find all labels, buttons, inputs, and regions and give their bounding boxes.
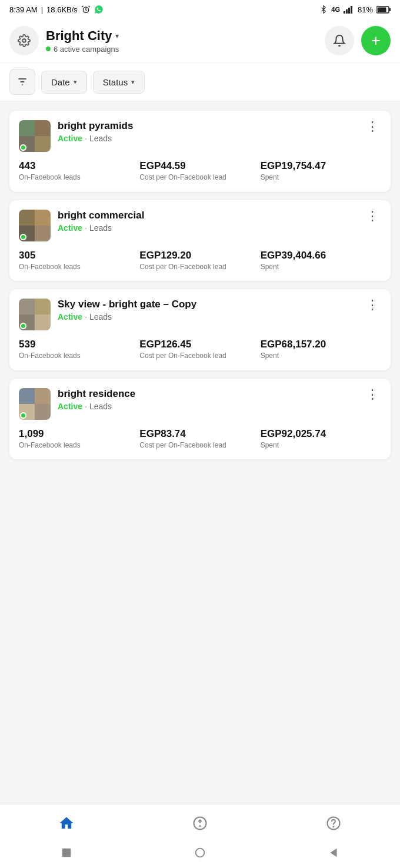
card-info-3: Sky view - bright gate – Copy Active · L… bbox=[58, 299, 356, 322]
status-active-4: Active bbox=[58, 402, 82, 411]
svg-marker-19 bbox=[330, 849, 336, 857]
status-dot-4 bbox=[20, 412, 26, 419]
campaign-more-button-2[interactable]: ⋮ bbox=[364, 210, 381, 223]
nav-insights[interactable] bbox=[176, 811, 224, 835]
svg-rect-7 bbox=[389, 8, 391, 11]
filter-bar: Date ▾ Status ▾ bbox=[0, 63, 400, 101]
page-title: Bright City bbox=[46, 28, 112, 44]
stop-icon bbox=[60, 846, 73, 859]
svg-rect-4 bbox=[351, 6, 352, 14]
card-stats-3: 539 On-Facebook leads EGP126.45 Cost per… bbox=[19, 339, 381, 361]
cost-label-3: Cost per On-Facebook lead bbox=[139, 352, 260, 361]
campaign-card-3[interactable]: Sky view - bright gate – Copy Active · L… bbox=[9, 289, 391, 370]
active-campaigns-row: 6 active campaigns bbox=[46, 45, 318, 54]
cost-label-4: Cost per On-Facebook lead bbox=[139, 441, 260, 450]
campaign-card-1[interactable]: bright pyramids Active · Leads ⋮ 443 On-… bbox=[9, 111, 391, 192]
network-speed-value: 18.6KB/s bbox=[46, 5, 78, 14]
cost-value-1: EGP44.59 bbox=[139, 160, 260, 172]
cost-value-2: EGP129.20 bbox=[139, 250, 260, 261]
date-filter-arrow: ▾ bbox=[74, 78, 77, 86]
insights-icon bbox=[191, 814, 209, 833]
home-icon bbox=[57, 814, 76, 833]
campaign-more-button-1[interactable]: ⋮ bbox=[364, 120, 381, 133]
card-header-1: bright pyramids Active · Leads ⋮ bbox=[19, 120, 381, 152]
campaign-type-2: Leads bbox=[89, 223, 112, 233]
date-filter-button[interactable]: Date ▾ bbox=[41, 71, 87, 94]
nav-help[interactable] bbox=[310, 811, 357, 835]
spent-value-2: EGP39,404.66 bbox=[261, 250, 381, 261]
nav-home[interactable] bbox=[43, 811, 90, 835]
stat-leads-4: 1,099 On-Facebook leads bbox=[19, 428, 139, 450]
leads-value-3: 539 bbox=[19, 339, 139, 350]
alarm-icon bbox=[81, 5, 91, 14]
card-stats-1: 443 On-Facebook leads EGP44.59 Cost per … bbox=[19, 160, 381, 183]
stat-spent-2: EGP39,404.66 Spent bbox=[261, 250, 381, 272]
time: 8:39 AM bbox=[9, 5, 38, 14]
card-status-row-3: Active · Leads bbox=[58, 312, 356, 322]
filter-icon-button[interactable] bbox=[9, 69, 35, 95]
leads-label-1: On-Facebook leads bbox=[19, 173, 139, 183]
campaign-more-button-4[interactable]: ⋮ bbox=[364, 388, 381, 401]
spent-label-2: Spent bbox=[261, 263, 381, 272]
status-filter-button[interactable]: Status ▾ bbox=[93, 71, 145, 94]
triangle-back-icon bbox=[327, 846, 340, 859]
card-header-3: Sky view - bright gate – Copy Active · L… bbox=[19, 299, 381, 330]
leads-value-4: 1,099 bbox=[19, 428, 139, 440]
header-title-block: Bright City ▾ 6 active campaigns bbox=[46, 28, 318, 54]
add-icon: + bbox=[371, 32, 381, 49]
spent-label-1: Spent bbox=[261, 173, 381, 183]
status-left: 8:39 AM | 18.6KB/s bbox=[9, 5, 104, 14]
card-info-2: bright commercial Active · Leads bbox=[58, 210, 356, 233]
campaign-name-2: bright commercial bbox=[58, 210, 356, 221]
circle-icon bbox=[194, 846, 206, 859]
svg-rect-2 bbox=[346, 9, 348, 14]
leads-label-4: On-Facebook leads bbox=[19, 441, 139, 450]
card-status-row-1: Active · Leads bbox=[58, 134, 356, 143]
stat-cost-4: EGP83.74 Cost per On-Facebook lead bbox=[139, 428, 260, 450]
campaign-thumbnail-4 bbox=[19, 388, 51, 420]
spent-label-3: Spent bbox=[261, 352, 381, 361]
system-nav bbox=[0, 840, 400, 868]
card-status-row-4: Active · Leads bbox=[58, 402, 356, 411]
stat-cost-3: EGP126.45 Cost per On-Facebook lead bbox=[139, 339, 260, 361]
spent-value-4: EGP92,025.74 bbox=[261, 428, 381, 440]
card-stats-2: 305 On-Facebook leads EGP129.20 Cost per… bbox=[19, 250, 381, 272]
bluetooth-icon bbox=[319, 5, 328, 14]
filter-icon bbox=[16, 76, 28, 88]
gear-button[interactable] bbox=[9, 26, 39, 55]
stat-leads-2: 305 On-Facebook leads bbox=[19, 250, 139, 272]
campaign-more-button-3[interactable]: ⋮ bbox=[364, 299, 381, 312]
card-header-4: bright residence Active · Leads ⋮ bbox=[19, 388, 381, 420]
status-filter-label: Status bbox=[103, 77, 128, 87]
campaign-name-1: bright pyramids bbox=[58, 120, 356, 132]
campaign-card-2[interactable]: bright commercial Active · Leads ⋮ 305 O… bbox=[9, 200, 391, 281]
date-filter-label: Date bbox=[51, 77, 70, 87]
stat-spent-1: EGP19,754.47 Spent bbox=[261, 160, 381, 183]
campaign-type-1: Leads bbox=[89, 134, 112, 143]
campaign-thumbnail-2 bbox=[19, 210, 51, 241]
header-title-row[interactable]: Bright City ▾ bbox=[46, 28, 318, 44]
status-filter-arrow: ▾ bbox=[131, 78, 135, 86]
card-info-1: bright pyramids Active · Leads bbox=[58, 120, 356, 143]
gear-icon bbox=[18, 34, 31, 47]
notifications-button[interactable] bbox=[325, 26, 354, 55]
system-home-button[interactable] bbox=[192, 844, 208, 861]
card-header-2: bright commercial Active · Leads ⋮ bbox=[19, 210, 381, 241]
system-recents-button[interactable] bbox=[325, 844, 342, 861]
stat-leads-1: 443 On-Facebook leads bbox=[19, 160, 139, 183]
status-bar: 8:39 AM | 18.6KB/s 4G 81% bbox=[0, 0, 400, 19]
add-campaign-button[interactable]: + bbox=[361, 26, 391, 55]
signal-icon bbox=[344, 5, 354, 14]
title-dropdown-arrow: ▾ bbox=[115, 32, 119, 40]
card-info-4: bright residence Active · Leads bbox=[58, 388, 356, 411]
network-speed: | bbox=[41, 5, 43, 14]
stat-cost-2: EGP129.20 Cost per On-Facebook lead bbox=[139, 250, 260, 272]
status-active-2: Active bbox=[58, 223, 82, 233]
campaign-card-4[interactable]: bright residence Active · Leads ⋮ 1,099 … bbox=[9, 379, 391, 460]
campaigns-list: bright pyramids Active · Leads ⋮ 443 On-… bbox=[0, 101, 400, 551]
leads-label-3: On-Facebook leads bbox=[19, 352, 139, 361]
leads-value-2: 305 bbox=[19, 250, 139, 261]
system-back-button[interactable] bbox=[58, 844, 75, 861]
svg-rect-3 bbox=[348, 8, 350, 14]
bottom-nav bbox=[0, 804, 400, 868]
